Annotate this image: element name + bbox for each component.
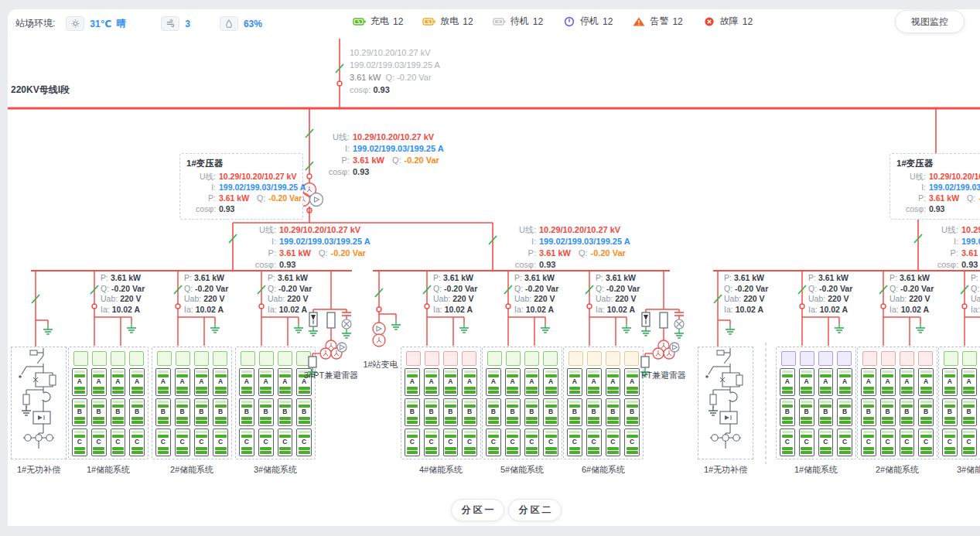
battery-cell-A: A bbox=[213, 368, 228, 396]
pcs-status-square bbox=[543, 351, 558, 366]
pcs-status-square bbox=[278, 351, 292, 366]
battery-cell-B: B bbox=[524, 398, 540, 426]
storage-middle-2-status-row bbox=[486, 351, 558, 366]
storage-right-2-status-row bbox=[861, 351, 934, 366]
pt-mid-label: PT兼避雷器 bbox=[617, 370, 710, 381]
battery-cell-C: C bbox=[424, 428, 439, 456]
humidity-value: 63% bbox=[244, 19, 262, 29]
battery-cell-B: B bbox=[72, 398, 87, 426]
battery-cell-A: A bbox=[129, 368, 145, 396]
storage-left-2-status-row bbox=[155, 351, 228, 366]
env-label: 站场环境: bbox=[15, 17, 55, 30]
battery-cell-A: A bbox=[586, 368, 602, 396]
battery-cell-B: B bbox=[129, 398, 145, 426]
battery-cell-B: B bbox=[462, 398, 477, 426]
compensator-right-label: 1#无功补偿 bbox=[687, 464, 764, 476]
battery-cell-C: C bbox=[155, 428, 171, 456]
compensator-box-right[interactable] bbox=[698, 347, 753, 459]
battery-cell-A: A bbox=[194, 368, 210, 396]
battery-cell-A: A bbox=[424, 368, 439, 396]
battery-cell-C: C bbox=[880, 428, 896, 456]
battery-cell-A: A bbox=[880, 368, 896, 396]
storage-left-1-row-B: BBBB bbox=[72, 398, 145, 426]
storage-left-2-row-A: AAAA bbox=[155, 368, 228, 396]
shutdown-icon bbox=[562, 16, 576, 27]
pcs-status-square bbox=[157, 351, 172, 366]
compensator-left-label: 1#无功补偿 bbox=[0, 464, 77, 476]
legend-item-charging: 充电12 bbox=[353, 15, 403, 28]
battery-cell-C: C bbox=[486, 428, 501, 456]
battery-cell-C: C bbox=[129, 428, 145, 456]
battery-cell-B: B bbox=[818, 398, 834, 426]
feeder-readings: P:3.61 kWQ:-0.20 VarUab:220 VIa:10.02 A bbox=[514, 273, 558, 315]
legend-item-fault: 故障12 bbox=[702, 15, 753, 28]
battery-cell-A: A bbox=[258, 368, 274, 396]
battery-cell-C: C bbox=[258, 428, 274, 456]
storage-right-3[interactable]: AAAABBBBCCCC bbox=[938, 347, 980, 459]
pcs-status-square bbox=[425, 351, 439, 366]
battery-cell-A: A bbox=[861, 368, 876, 396]
storage-right-3-label: 3#储能系统 bbox=[936, 464, 980, 476]
pcs-status-square bbox=[900, 351, 914, 366]
battery-cell-C: C bbox=[462, 428, 477, 456]
pcs-status-square bbox=[837, 351, 852, 366]
transformer-box-right-title: 1#变压器 bbox=[896, 158, 980, 169]
storage-middle-1-row-C: CCCC bbox=[405, 428, 477, 456]
legend-count: 12 bbox=[743, 16, 753, 27]
pcs-status-square bbox=[962, 351, 977, 366]
temperature-value: 31℃ bbox=[90, 19, 111, 29]
battery-cell-C: C bbox=[505, 428, 521, 456]
pcs-status-square bbox=[881, 351, 896, 366]
battery-cell-A: A bbox=[961, 368, 977, 396]
storage-left-2[interactable]: AAAABBBBCCCC bbox=[152, 347, 232, 459]
storage-left-1-row-A: AAAA bbox=[72, 368, 145, 396]
battery-cell-B: B bbox=[624, 398, 640, 426]
battery-cell-A: A bbox=[918, 368, 934, 396]
battery-cell-C: C bbox=[567, 428, 582, 456]
battery-cell-A: A bbox=[780, 368, 795, 396]
pcs-status-square bbox=[259, 351, 274, 366]
compensator-box-left[interactable] bbox=[11, 347, 67, 459]
battery-cell-A: A bbox=[72, 368, 87, 396]
zone-2-button[interactable]: 分区二 bbox=[508, 499, 562, 521]
storage-left-2-row-C: CCCC bbox=[155, 428, 228, 456]
battery-cell-B: B bbox=[155, 398, 171, 426]
zone-1-button[interactable]: 分区一 bbox=[451, 499, 504, 521]
incoming-current: 199.02/199.03/199.25 A bbox=[350, 59, 440, 71]
pcs-status-square bbox=[918, 351, 933, 366]
storage-right-1-row-A: AAAA bbox=[780, 368, 852, 396]
storage-right-1[interactable]: AAAABBBBCCCC bbox=[776, 347, 856, 459]
transformer-box-right: 1#变压器U线:10.29/10.20/10.27 kVI:199.02/199… bbox=[890, 153, 980, 220]
battery-cell-C: C bbox=[918, 428, 934, 456]
storage-middle-3[interactable]: AAAABBBBCCCC bbox=[563, 347, 644, 459]
feeder-readings: P:3.61 kWQ:-0.20 VarUab:220 VIa:10.02 A bbox=[433, 273, 477, 315]
pcs-status-square bbox=[213, 351, 227, 366]
battery-cell-C: C bbox=[900, 428, 915, 456]
pcs-status-square bbox=[944, 351, 958, 366]
battery-cell-B: B bbox=[543, 398, 558, 426]
legend-label: 放电 bbox=[440, 15, 459, 28]
incoming-voltage: 10.29/10.20/10.27 kV bbox=[350, 46, 440, 59]
battery-cell-A: A bbox=[486, 368, 501, 396]
storage-left-3-row-B: BBBB bbox=[239, 398, 312, 426]
storage-right-2[interactable]: AAAABBBBCCCC bbox=[857, 347, 937, 459]
view-monitor-button[interactable]: 视图监控 bbox=[895, 10, 965, 33]
battery-cell-B: B bbox=[486, 398, 501, 426]
battery-cell-C: C bbox=[780, 428, 795, 456]
feeder-readings: P:3.61 kWQ:-0.20 VarUab:220 VIa:10.02 A bbox=[184, 273, 228, 315]
storage-left-3[interactable]: AAAABBBBCCCC bbox=[235, 347, 316, 459]
battery-cell-A: A bbox=[443, 368, 459, 396]
storage-left-1[interactable]: AAAABBBBCCCC bbox=[68, 347, 149, 459]
battery-cell-C: C bbox=[543, 428, 558, 456]
storage-left-3-label: 3#储能系统 bbox=[233, 464, 318, 476]
battery-cell-C: C bbox=[278, 428, 293, 456]
storage-middle-2[interactable]: AAAABBBBCCCC bbox=[482, 347, 562, 459]
legend-item-standby: 待机12 bbox=[493, 15, 543, 28]
storage-right-2-label: 2#储能系统 bbox=[855, 464, 940, 476]
pcs-status-square bbox=[818, 351, 833, 366]
battery-cell-A: A bbox=[239, 368, 254, 396]
feeder-readings: P:3.61 kWQ:-0.20 VarUab:220 VIa:10.02 A bbox=[808, 273, 852, 315]
feeder-readings: P:3.61 kWQ:-0.20 VarUab:220 VIa:10.02 A bbox=[596, 273, 640, 315]
feeder-readings: P:3.61 kWQ:-0.20 VarUab:220 VIa:10.02 A bbox=[101, 273, 145, 315]
legend-label: 待机 bbox=[510, 15, 529, 28]
